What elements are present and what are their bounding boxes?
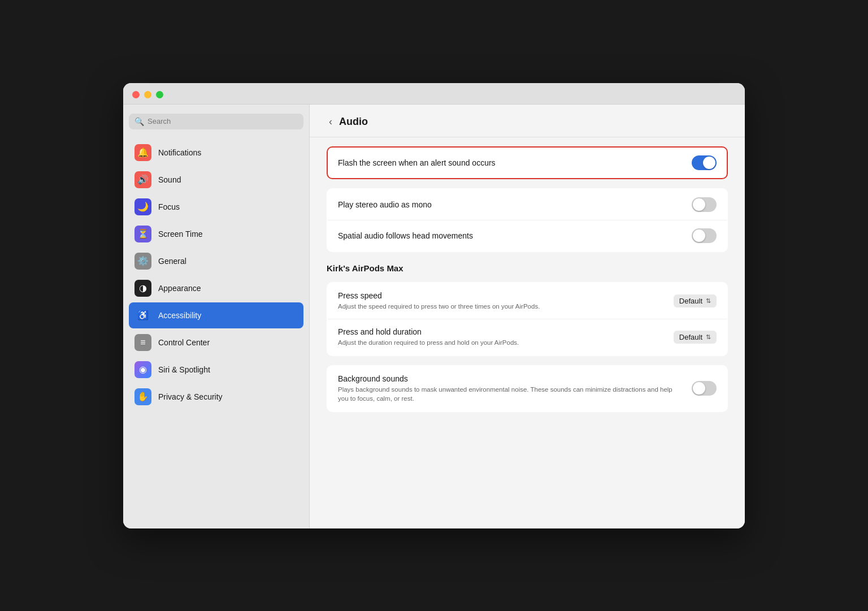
focus-label: Focus — [158, 202, 180, 211]
back-icon: ‹ — [329, 116, 332, 128]
spatial-audio-row: Spatial audio follows head movements — [328, 220, 727, 251]
spatial-audio-content: Spatial audio follows head movements — [338, 231, 692, 240]
appearance-label: Appearance — [158, 284, 201, 293]
privacy-icon: ✋ — [134, 388, 151, 405]
privacy-label: Privacy & Security — [158, 392, 223, 401]
notifications-icon: 🔔 — [134, 144, 151, 161]
general-icon: ⚙️ — [134, 253, 151, 270]
sidebar-item-accessibility[interactable]: ♿Accessibility — [129, 302, 303, 328]
background-sounds-slider — [692, 381, 717, 396]
background-sounds-desc: Plays background sounds to mask unwanted… — [338, 385, 677, 403]
appearance-icon: ◑ — [134, 280, 151, 297]
controlcenter-icon: ≡ — [134, 334, 151, 351]
background-sounds-content: Background sounds Plays background sound… — [338, 374, 692, 403]
press-hold-content: Press and hold duration Adjust the durat… — [338, 327, 674, 347]
sidebar-item-notifications[interactable]: 🔔Notifications — [129, 140, 303, 166]
close-button[interactable] — [132, 91, 140, 98]
sidebar-item-focus[interactable]: 🌙Focus — [129, 194, 303, 220]
flash-screen-label: Flash the screen when an alert sound occ… — [338, 158, 692, 167]
page-title: Audio — [339, 116, 368, 128]
press-hold-select[interactable]: Default ⇅ — [674, 331, 717, 344]
press-speed-select[interactable]: Default ⇅ — [674, 294, 717, 307]
background-sounds-label: Background sounds — [338, 374, 692, 383]
press-speed-row: Press speed Adjust the speed required to… — [328, 283, 727, 319]
search-icon: 🔍 — [134, 117, 144, 126]
titlebar — [123, 83, 745, 105]
main-header: ‹ Audio — [310, 105, 745, 137]
back-button[interactable]: ‹ — [327, 115, 335, 129]
flash-screen-row: Flash the screen when an alert sound occ… — [328, 148, 727, 178]
press-hold-chevron: ⇅ — [706, 333, 711, 341]
main-body: Flash the screen when an alert sound occ… — [310, 137, 745, 528]
sidebar: 🔍 🔔Notifications🔊Sound🌙Focus⏳Screen Time… — [123, 105, 310, 528]
search-box[interactable]: 🔍 — [129, 114, 303, 129]
notifications-label: Notifications — [158, 148, 201, 157]
screentime-label: Screen Time — [158, 229, 203, 239]
general-label: General — [158, 257, 186, 266]
spatial-audio-label: Spatial audio follows head movements — [338, 231, 692, 240]
stereo-mono-slider — [692, 197, 717, 212]
screentime-icon: ⏳ — [134, 226, 151, 242]
background-sounds-row: Background sounds Plays background sound… — [328, 366, 727, 411]
focus-icon: 🌙 — [134, 198, 151, 215]
press-hold-label: Press and hold duration — [338, 327, 674, 336]
sidebar-item-siri[interactable]: ◉Siri & Spotlight — [129, 357, 303, 383]
spatial-audio-slider — [692, 228, 717, 243]
window-content: 🔍 🔔Notifications🔊Sound🌙Focus⏳Screen Time… — [123, 105, 745, 528]
stereo-mono-content: Play stereo audio as mono — [338, 200, 692, 209]
airpods-card: Press speed Adjust the speed required to… — [327, 282, 728, 356]
sound-label: Sound — [158, 175, 181, 184]
spatial-audio-toggle[interactable] — [692, 228, 717, 243]
sound-icon: 🔊 — [134, 171, 151, 188]
siri-icon: ◉ — [134, 361, 151, 378]
press-speed-desc: Adjust the speed required to press two o… — [338, 302, 674, 311]
audio-card: Play stereo audio as mono Spatial audio … — [327, 188, 728, 252]
flash-screen-slider — [692, 155, 717, 170]
siri-label: Siri & Spotlight — [158, 365, 210, 374]
press-hold-desc: Adjust the duration required to press an… — [338, 338, 674, 347]
accessibility-icon: ♿ — [134, 307, 151, 324]
background-sounds-card: Background sounds Plays background sound… — [327, 365, 728, 412]
sidebar-item-general[interactable]: ⚙️General — [129, 248, 303, 274]
sidebar-item-privacy[interactable]: ✋Privacy & Security — [129, 384, 303, 410]
press-speed-label: Press speed — [338, 291, 674, 300]
maximize-button[interactable] — [156, 91, 163, 98]
press-hold-value: Default — [679, 333, 702, 341]
press-speed-value: Default — [679, 297, 702, 305]
sidebar-items-container: 🔔Notifications🔊Sound🌙Focus⏳Screen Time⚙️… — [129, 140, 303, 410]
flash-screen-card: Flash the screen when an alert sound occ… — [327, 146, 728, 179]
sidebar-item-sound[interactable]: 🔊Sound — [129, 167, 303, 193]
controlcenter-label: Control Center — [158, 338, 210, 347]
sidebar-item-screentime[interactable]: ⏳Screen Time — [129, 221, 303, 247]
system-preferences-window: 🔍 🔔Notifications🔊Sound🌙Focus⏳Screen Time… — [123, 83, 745, 528]
stereo-mono-row: Play stereo audio as mono — [328, 189, 727, 220]
main-panel: ‹ Audio Flash the screen when an alert s… — [310, 105, 745, 528]
flash-screen-toggle[interactable] — [692, 155, 717, 170]
accessibility-label: Accessibility — [158, 311, 201, 320]
sidebar-item-appearance[interactable]: ◑Appearance — [129, 275, 303, 301]
sidebar-item-controlcenter[interactable]: ≡Control Center — [129, 330, 303, 356]
press-hold-row: Press and hold duration Adjust the durat… — [328, 319, 727, 355]
background-sounds-toggle[interactable] — [692, 381, 717, 396]
minimize-button[interactable] — [144, 91, 151, 98]
stereo-mono-label: Play stereo audio as mono — [338, 200, 692, 209]
airpods-section-heading: Kirk's AirPods Max — [327, 263, 728, 273]
flash-screen-content: Flash the screen when an alert sound occ… — [338, 158, 692, 167]
search-input[interactable] — [147, 117, 298, 125]
press-speed-content: Press speed Adjust the speed required to… — [338, 291, 674, 311]
stereo-mono-toggle[interactable] — [692, 197, 717, 212]
press-speed-chevron: ⇅ — [706, 297, 711, 305]
